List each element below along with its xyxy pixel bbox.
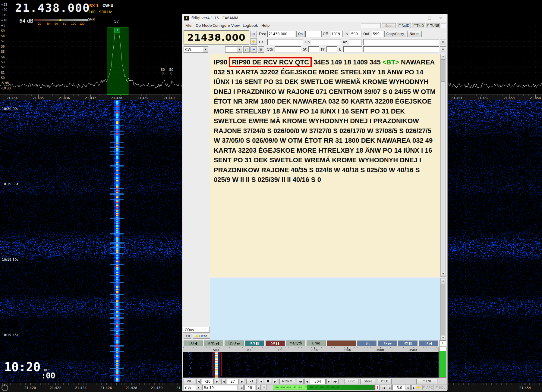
dropdown-button[interactable]: ▼ (440, 39, 446, 45)
freq-input[interactable]: 21438.000 (267, 31, 295, 37)
macro-button-tx[interactable]: TX▶▌ (419, 341, 438, 346)
st-input[interactable] (308, 46, 319, 52)
macro-button-cq[interactable]: CQ▶▌ (184, 341, 203, 346)
right-arrow-icon[interactable]: ▶ (215, 379, 219, 384)
macro-button-qso[interactable]: QSO▶▶ (225, 341, 244, 346)
tag-icon[interactable] (251, 38, 257, 45)
globe-icon[interactable]: ⊕ (251, 31, 257, 37)
tx-scrollbar[interactable]: ▲ ▼ (440, 278, 446, 341)
macro-button-tx[interactable]: Tx▶▶ (378, 341, 397, 346)
afc-button[interactable]: AFC (422, 385, 434, 390)
macro-button-t-r[interactable]: T/R (357, 341, 377, 346)
fast-forward-icon[interactable]: ▶▶ (332, 379, 339, 384)
cnty-cntry-button[interactable]: Cnty/Cntry (384, 31, 406, 37)
scroll-up-icon[interactable]: ▲ (441, 278, 446, 283)
minimize-button[interactable]: – (414, 15, 424, 21)
right-arrow-icon[interactable]: ▶ (240, 379, 244, 384)
sql-button[interactable]: SQL (435, 385, 446, 390)
logbook-icon[interactable]: ≡ (251, 46, 257, 53)
rewind-icon[interactable]: ◀◀ (297, 379, 304, 384)
left-arrow-icon[interactable]: ◀ (239, 385, 244, 390)
op-input[interactable] (311, 39, 341, 45)
macro-set-tab[interactable]: CQuy (183, 327, 210, 333)
left-arrow-icon[interactable]: ◀ (196, 379, 201, 384)
clear-button[interactable]: Clear (193, 334, 210, 339)
copy-icon[interactable]: ⊞ (258, 46, 264, 53)
secondary-select[interactable]: ▼ (225, 46, 242, 53)
in-input[interactable]: 599 (350, 31, 361, 37)
default-wpm-button[interactable]: * (262, 385, 266, 390)
rxid-button[interactable]: RxID (397, 23, 411, 28)
scroll-down-icon[interactable]: ▼ (441, 336, 446, 340)
step-end-icon[interactable]: ▶| (411, 385, 417, 390)
cw-wpm-value[interactable]: 18 (244, 385, 255, 390)
qth-input[interactable] (275, 46, 301, 52)
carrier-frequency-value[interactable]: 504 (310, 379, 326, 384)
tuning-passband[interactable]: 1 ▼ ▼ (107, 27, 128, 95)
on-input[interactable] (305, 31, 322, 37)
right-arrow-icon[interactable]: ▶ (326, 379, 331, 384)
dropdown-button[interactable]: ▼ (440, 46, 446, 52)
wf-range-value[interactable]: 27 (227, 379, 239, 384)
l-input[interactable] (343, 46, 362, 52)
store-button[interactable]: Store (360, 379, 376, 384)
wf-mode-button[interactable]: WF (184, 379, 195, 384)
txid-button[interactable]: TxID (412, 23, 425, 28)
power-icon[interactable] (2, 384, 8, 391)
maximize-button[interactable]: □ (425, 15, 434, 21)
on-button[interactable]: On (296, 31, 304, 37)
mode-select[interactable]: CW▼ (184, 46, 208, 53)
macro-button-me-qth[interactable]: Me/Qth (286, 341, 305, 346)
fldigi-waterfall[interactable] (183, 352, 439, 378)
menu-help[interactable]: Help (261, 23, 269, 28)
menu-file[interactable]: File (185, 23, 191, 28)
rx-scrollbar[interactable]: ▲ ▼ (440, 54, 446, 277)
title-bar[interactable]: f fldigi ver4.1.15 - EA6AMM – □ × (182, 14, 447, 22)
macro-page-number[interactable]: 1 (439, 341, 446, 346)
macro-button-kn[interactable]: KN▌▌ (245, 341, 264, 346)
wf-gain-value[interactable]: -20 (202, 379, 214, 384)
scrollbar-thumb[interactable] (441, 59, 445, 82)
macro-button-ans[interactable]: ANS▶▌ (204, 341, 223, 346)
left-arrow-icon[interactable]: ◀ (304, 379, 309, 384)
macro-button-brag[interactable]: Brag (307, 341, 326, 346)
qsy-button[interactable]: QSY (345, 379, 358, 384)
spot-button[interactable]: Spot (382, 23, 396, 28)
macro-button-sk[interactable]: SK▌▌ (266, 341, 285, 346)
norm-button[interactable]: NORM (279, 379, 295, 384)
out-input[interactable]: 599 (372, 31, 383, 37)
right-arrow-icon[interactable]: ▶ (273, 379, 277, 384)
zoom-button[interactable]: x1 (246, 379, 257, 384)
off-input[interactable]: 1019 (330, 31, 343, 37)
menu-view[interactable]: View (231, 23, 240, 28)
notes-button[interactable]: Notes (407, 31, 422, 37)
left-arrow-icon[interactable]: ◀ (221, 379, 226, 384)
right-arrow-icon[interactable]: ▶ (256, 385, 261, 390)
macro-button-rx[interactable]: Rx▌▌ (398, 341, 418, 346)
tune-button[interactable]: TUNE (427, 23, 440, 28)
pr-input[interactable] (326, 46, 337, 52)
tx-text-pane[interactable] (210, 278, 440, 341)
lock-button[interactable]: Lk (378, 379, 392, 384)
waterfall-cursor[interactable] (212, 353, 222, 376)
passband-flag[interactable]: 1 (114, 28, 120, 33)
locator-input[interactable] (363, 46, 439, 52)
left-arrow-icon[interactable]: ◀ (387, 385, 392, 390)
squelch-offset-value[interactable]: -3.0 (392, 385, 405, 390)
stop-button[interactable] (264, 379, 272, 384)
menu-logbook[interactable]: Logbook (243, 23, 258, 28)
menu-op-mode[interactable]: Op Mode (196, 23, 212, 28)
status-mode-select[interactable]: CW▼ (184, 385, 201, 390)
close-button[interactable]: × (435, 15, 446, 21)
rx-text-pane[interactable]: IP90 RIP90 DE RCV RCV QTC 34E5 149 18 14… (210, 54, 440, 277)
resync-icon[interactable]: ⇄ (243, 46, 250, 53)
tr-button[interactable]: T/R (416, 379, 437, 384)
scroll-up-icon[interactable]: ▲ (441, 54, 446, 59)
call-input[interactable] (267, 39, 303, 45)
right-arrow-icon[interactable]: ▶ (406, 385, 411, 390)
country-input[interactable] (363, 39, 439, 45)
scroll-down-icon[interactable]: ▼ (441, 272, 446, 276)
left-arrow-icon[interactable]: ◀ (259, 379, 263, 384)
az-input[interactable] (349, 39, 361, 45)
step-start-icon[interactable]: |◀ (381, 385, 386, 390)
